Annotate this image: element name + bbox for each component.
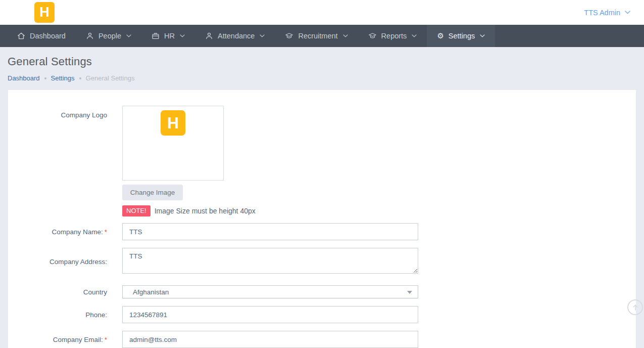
settings-form-card: Company Logo H Change Image NOTE! Image … (8, 90, 636, 348)
chevron-down-icon (180, 34, 185, 37)
company-email-input[interactable] (122, 331, 418, 348)
company-name-label: Company Name:* (8, 228, 107, 236)
company-name-row: Company Name:* (8, 223, 636, 240)
nav-item-label: People (98, 32, 121, 40)
nav-item-settings[interactable]: ⚙ Settings (427, 25, 495, 47)
company-logo-preview: H (122, 106, 224, 181)
nav-item-people[interactable]: People (76, 25, 141, 47)
graduation-cap-icon (285, 32, 293, 40)
phone-label: Phone: (8, 311, 107, 319)
logo-note: NOTE! Image Size must be height 40px (122, 205, 418, 216)
person-icon (86, 32, 94, 40)
breadcrumb-current: General Settings (86, 74, 135, 82)
required-asterisk: * (105, 228, 107, 236)
home-icon (17, 32, 25, 40)
phone-row: Phone: (8, 306, 636, 323)
country-select[interactable]: Afghanistan (122, 285, 418, 298)
arrow-up-icon (632, 304, 639, 311)
user-menu[interactable]: TTS Admin (584, 0, 630, 25)
nav-item-label: Reports (381, 32, 407, 40)
app-logo-letter: H (39, 5, 49, 20)
nav-item-label: Dashboard (30, 32, 66, 40)
breadcrumb-link-dashboard[interactable]: Dashboard (8, 74, 40, 82)
top-bar: H TTS Admin (0, 0, 644, 25)
company-address-textarea[interactable]: TTS (122, 248, 418, 274)
country-label: Country (8, 288, 107, 296)
breadcrumb-link-settings[interactable]: Settings (51, 74, 75, 82)
chevron-down-icon (412, 34, 417, 37)
user-menu-label: TTS Admin (584, 9, 620, 17)
graduation-cap-icon (368, 32, 377, 40)
nav-item-dashboard[interactable]: Dashboard (7, 25, 76, 47)
nav-item-attendance[interactable]: Attendance (195, 25, 275, 47)
person-icon (205, 32, 213, 40)
country-selected-value: Afghanistan (133, 288, 169, 296)
chevron-down-icon (126, 34, 131, 37)
scroll-to-top-button[interactable] (627, 299, 643, 315)
country-row: Country Afghanistan (8, 285, 636, 298)
company-name-input[interactable] (122, 223, 418, 240)
required-asterisk: * (105, 336, 107, 343)
nav-item-label: HR (164, 32, 175, 40)
nav-item-label: Attendance (218, 32, 255, 40)
company-logo-row: Company Logo H Change Image NOTE! Image … (8, 106, 636, 216)
chevron-down-icon (260, 34, 265, 37)
note-badge: NOTE! (122, 205, 151, 216)
company-email-row: Company Email:* (8, 331, 636, 348)
breadcrumb-separator (79, 77, 81, 79)
nav-item-hr[interactable]: HR (141, 25, 195, 47)
nav-item-recruitment[interactable]: Recruitment (275, 25, 358, 47)
main-nav: Dashboard People HR Attendance Recruitme… (0, 25, 644, 47)
chevron-down-icon (480, 34, 485, 37)
company-email-label: Company Email:* (8, 336, 107, 343)
company-logo-image: H (161, 110, 185, 136)
note-text: Image Size must be height 40px (155, 207, 256, 215)
page-header: General Settings Dashboard Settings Gene… (0, 47, 644, 90)
page-title: General Settings (8, 55, 636, 68)
select-arrow-icon (407, 291, 412, 294)
chevron-down-icon (343, 34, 348, 37)
gear-icon: ⚙ (437, 32, 443, 40)
breadcrumb: Dashboard Settings General Settings (8, 74, 636, 82)
app-logo[interactable]: H (34, 2, 55, 23)
nav-item-label: Settings (449, 32, 475, 40)
change-image-button[interactable]: Change Image (122, 185, 183, 200)
company-address-label: Company Address: (8, 258, 107, 266)
nav-item-reports[interactable]: Reports (358, 25, 427, 47)
company-logo-label: Company Logo (8, 106, 107, 216)
company-address-row: Company Address: TTS (8, 248, 636, 276)
phone-input[interactable] (122, 306, 418, 323)
nav-item-label: Recruitment (298, 32, 337, 40)
breadcrumb-separator (44, 77, 46, 79)
briefcase-icon (152, 32, 160, 40)
chevron-down-icon (625, 11, 630, 14)
